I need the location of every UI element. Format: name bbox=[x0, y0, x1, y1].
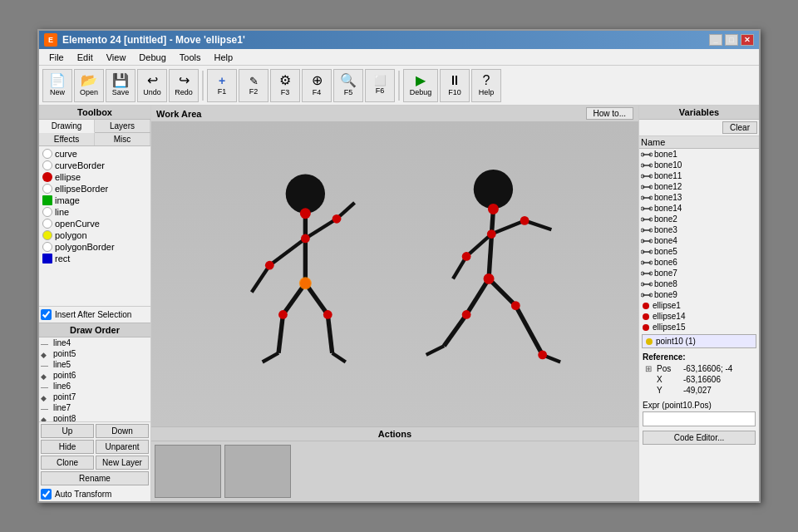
expr-section: Expr (point10.Pos) bbox=[639, 399, 759, 428]
var-bone10[interactable]: bone10 bbox=[639, 160, 759, 170]
line7-icon: — bbox=[41, 405, 51, 411]
var-bone1[interactable]: bone1 bbox=[639, 149, 759, 160]
draw-item-line7[interactable]: — line7 bbox=[39, 402, 150, 413]
fig2-head bbox=[474, 170, 513, 209]
maximize-button[interactable]: □ bbox=[725, 34, 738, 46]
tool-polygonborder[interactable]: polygonBorder bbox=[41, 241, 149, 253]
down-button[interactable]: Down bbox=[96, 424, 149, 438]
draw-item-point7[interactable]: ◆ point7 bbox=[39, 392, 150, 402]
actions-title: Actions bbox=[378, 429, 411, 439]
draw-item-point5[interactable]: ◆ point5 bbox=[39, 348, 150, 359]
insert-after-selection-row: Insert After Selection bbox=[39, 306, 150, 323]
bone1-icon bbox=[641, 150, 653, 159]
center-panel: Work Area How to... bbox=[151, 106, 638, 501]
hide-button[interactable]: Hide bbox=[41, 440, 94, 454]
var-ellipse14[interactable]: ellipse14 bbox=[639, 311, 759, 322]
tool-curve[interactable]: curve bbox=[41, 148, 149, 160]
var-bone4[interactable]: bone4 bbox=[639, 235, 759, 246]
tool-ellipse[interactable]: ellipse bbox=[41, 171, 149, 183]
undo-button[interactable]: ↩ Undo bbox=[137, 69, 167, 102]
draw-item-line5[interactable]: — line5 bbox=[39, 359, 150, 370]
open-button[interactable]: 📂 Open bbox=[74, 69, 104, 102]
var-bone2[interactable]: bone2 bbox=[639, 214, 759, 224]
help-button[interactable]: ? Help bbox=[471, 69, 501, 102]
var-bone9[interactable]: bone9 bbox=[639, 289, 759, 300]
var-bone8[interactable]: bone8 bbox=[639, 278, 759, 289]
f1-button[interactable]: + F1 bbox=[207, 69, 237, 102]
draw-item-point6[interactable]: ◆ point6 bbox=[39, 370, 150, 381]
left-panel: Toolbox Drawing Layers Effects Misc curv… bbox=[39, 106, 151, 501]
draw-item-line4[interactable]: — line4 bbox=[39, 337, 150, 348]
f4-button[interactable]: ⊕ F4 bbox=[302, 69, 332, 102]
work-area[interactable] bbox=[151, 122, 638, 426]
var-bone5[interactable]: bone5 bbox=[639, 246, 759, 257]
expr-input[interactable] bbox=[643, 411, 756, 426]
clone-button[interactable]: Clone bbox=[41, 456, 94, 470]
tool-line[interactable]: line bbox=[41, 206, 149, 218]
image-icon bbox=[42, 195, 52, 205]
tool-curveborder[interactable]: curveBorder bbox=[41, 160, 149, 171]
code-editor-button[interactable]: Code Editor... bbox=[643, 431, 756, 445]
redo-button[interactable]: ↪ Redo bbox=[169, 69, 199, 102]
f2-button[interactable]: ✎ F2 bbox=[239, 69, 268, 102]
menu-tools[interactable]: Tools bbox=[173, 51, 208, 64]
reference-title: Reference: bbox=[643, 352, 756, 362]
f6-button[interactable]: ⬜ F6 bbox=[365, 69, 395, 102]
bone4-icon bbox=[641, 237, 653, 245]
thumbnail-1[interactable] bbox=[155, 445, 221, 498]
var-name-column: Name bbox=[641, 137, 665, 147]
unparent-button[interactable]: Unparent bbox=[96, 440, 149, 454]
menu-edit[interactable]: Edit bbox=[71, 51, 100, 64]
fig1-right-elbow bbox=[332, 214, 342, 224]
f3-button[interactable]: ⚙ F3 bbox=[270, 69, 300, 102]
tab-misc[interactable]: Misc bbox=[95, 133, 150, 145]
var-bone3[interactable]: bone3 bbox=[639, 224, 759, 235]
var-ellipse1[interactable]: ellipse1 bbox=[639, 300, 759, 311]
f5-button[interactable]: 🔍 F5 bbox=[333, 69, 363, 102]
fig2-left-foot bbox=[426, 346, 445, 355]
tool-polygon[interactable]: polygon bbox=[41, 229, 149, 241]
tool-ellipseborder[interactable]: ellipseBorder bbox=[41, 183, 149, 195]
menu-debug[interactable]: Debug bbox=[132, 51, 172, 64]
var-bone13[interactable]: bone13 bbox=[639, 192, 759, 203]
var-bone12[interactable]: bone12 bbox=[639, 181, 759, 192]
f10-button[interactable]: ⏸ F10 bbox=[440, 69, 470, 102]
minimize-button[interactable]: _ bbox=[709, 34, 722, 46]
bone2-icon bbox=[641, 215, 653, 224]
actions-bar: Actions bbox=[151, 426, 638, 441]
var-ellipse15[interactable]: ellipse15 bbox=[639, 322, 759, 332]
close-button[interactable]: ✕ bbox=[741, 34, 754, 46]
tool-image[interactable]: image bbox=[41, 195, 149, 206]
menu-file[interactable]: File bbox=[42, 51, 71, 64]
tab-effects[interactable]: Effects bbox=[39, 133, 95, 145]
help-icon: ? bbox=[483, 74, 490, 87]
work-area-header: Work Area How to... bbox=[151, 106, 638, 122]
menu-view[interactable]: View bbox=[100, 51, 133, 64]
thumbnail-2[interactable] bbox=[224, 445, 291, 498]
auto-transform-checkbox[interactable] bbox=[41, 489, 52, 500]
up-button[interactable]: Up bbox=[41, 424, 94, 438]
how-to-button[interactable]: How to... bbox=[586, 107, 633, 120]
insert-after-checkbox[interactable] bbox=[41, 309, 52, 320]
new-layer-button[interactable]: New Layer bbox=[96, 456, 149, 470]
draw-item-line6[interactable]: — line6 bbox=[39, 381, 150, 392]
line4-icon: — bbox=[41, 340, 51, 347]
save-button[interactable]: 💾 Save bbox=[106, 69, 135, 102]
new-button[interactable]: 📄 New bbox=[42, 69, 72, 102]
expand-pos[interactable]: ⊞ bbox=[643, 363, 654, 374]
tool-opencurve[interactable]: openCurve bbox=[41, 218, 149, 229]
clear-button[interactable]: Clear bbox=[722, 121, 757, 134]
var-bone11[interactable]: bone11 bbox=[639, 170, 759, 181]
tab-drawing[interactable]: Drawing bbox=[39, 120, 95, 133]
var-bone7[interactable]: bone7 bbox=[639, 268, 759, 278]
tool-rect[interactable]: rect bbox=[41, 253, 149, 264]
var-bone6[interactable]: bone6 bbox=[639, 257, 759, 268]
debug-button[interactable]: ▶ Debug bbox=[403, 69, 438, 102]
draw-item-point8[interactable]: ◆ point8 bbox=[39, 413, 150, 421]
var-bone14[interactable]: bone14 bbox=[639, 203, 759, 214]
tab-layers[interactable]: Layers bbox=[95, 120, 150, 132]
rename-button[interactable]: Rename bbox=[41, 471, 149, 485]
bone5-icon bbox=[641, 248, 653, 256]
fig2-right-knee bbox=[511, 301, 520, 310]
menu-help[interactable]: Help bbox=[207, 51, 239, 64]
